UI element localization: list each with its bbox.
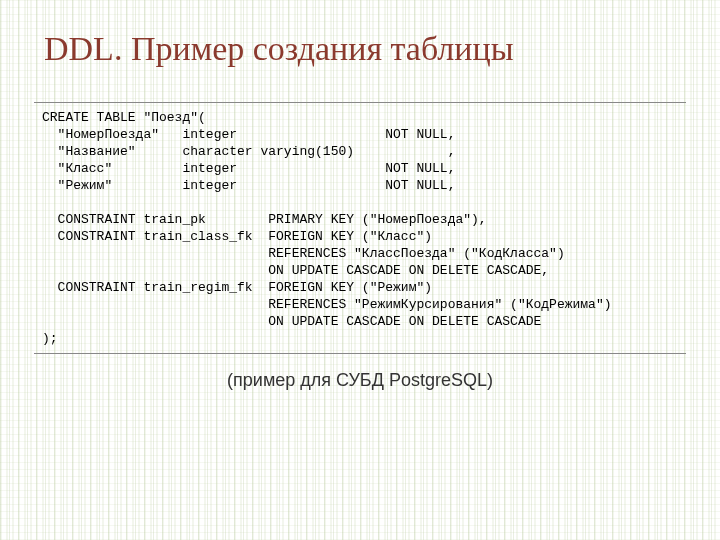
code-line: CONSTRAINT train_pk PRIMARY KEY ("НомерП… bbox=[42, 212, 487, 227]
slide-caption: (пример для СУБД PostgreSQL) bbox=[0, 370, 720, 391]
slide-title: DDL. Пример создания таблицы bbox=[44, 30, 514, 68]
code-line: CONSTRAINT train_class_fk FOREIGN KEY ("… bbox=[42, 229, 432, 244]
slide: DDL. Пример создания таблицы CREATE TABL… bbox=[0, 0, 720, 540]
sql-code-block: CREATE TABLE "Поезд"( "НомерПоезда" inte… bbox=[34, 102, 686, 354]
code-line: "НомерПоезда" integer NOT NULL, bbox=[42, 127, 455, 142]
code-line: REFERENCES "РежимКурсирования" ("КодРежи… bbox=[42, 297, 612, 312]
code-line: "Класс" integer NOT NULL, bbox=[42, 161, 455, 176]
code-line: "Режим" integer NOT NULL, bbox=[42, 178, 455, 193]
code-line: ); bbox=[42, 331, 58, 346]
code-line: ON UPDATE CASCADE ON DELETE CASCADE, bbox=[42, 263, 549, 278]
code-line: REFERENCES "КлассПоезда" ("КодКласса") bbox=[42, 246, 565, 261]
code-line: CONSTRAINT train_regim_fk FOREIGN KEY ("… bbox=[42, 280, 432, 295]
code-line: ON UPDATE CASCADE ON DELETE CASCADE bbox=[42, 314, 541, 329]
code-line: "Название" character varying(150) , bbox=[42, 144, 455, 159]
code-line: CREATE TABLE "Поезд"( bbox=[42, 110, 206, 125]
